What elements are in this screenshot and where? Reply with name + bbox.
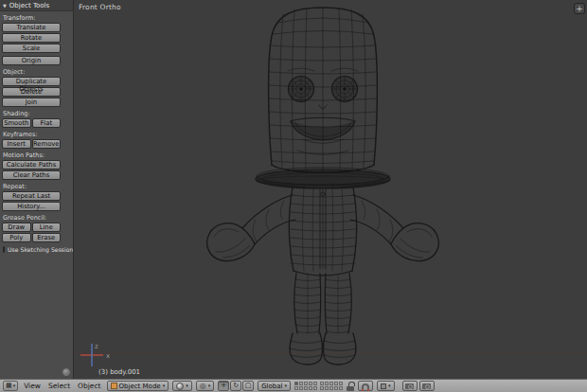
duplicate-objects-button[interactable]: Duplicate Objects: [2, 77, 61, 86]
layer-cell[interactable]: [304, 386, 308, 390]
calculate-paths-button[interactable]: Calculate Paths: [2, 160, 61, 169]
manipulator-scale-toggle[interactable]: ▢: [242, 381, 254, 391]
layer-cell[interactable]: [313, 382, 317, 385]
gp-draw-button[interactable]: Draw: [2, 223, 31, 232]
layer-cell[interactable]: [294, 382, 298, 385]
manipulator-toggles: + ↻ ▢: [218, 381, 254, 391]
layer-cell[interactable]: [334, 386, 338, 390]
layer-cell[interactable]: [320, 386, 324, 390]
panel-title: Object Tools: [9, 2, 49, 9]
axis-z-label: z: [95, 343, 98, 350]
caret-down-icon: ▾: [208, 383, 211, 388]
viewport-3d[interactable]: Front Ortho + x z (3) body.001: [74, 0, 587, 379]
origin-button[interactable]: Origin: [2, 56, 61, 65]
caret-down-icon: ▾: [388, 383, 391, 388]
mode-selector[interactable]: Object Mode ▾: [107, 381, 169, 391]
flat-button[interactable]: Flat: [32, 118, 62, 128]
layer-group-1[interactable]: [294, 382, 317, 390]
transform-orientation-selector[interactable]: Global ▾: [258, 381, 291, 391]
panel-collapse-icon: ▼: [3, 3, 7, 9]
layer-group-2[interactable]: [320, 382, 343, 390]
expand-properties-button[interactable]: +: [574, 3, 585, 14]
checkbox-icon: [3, 246, 5, 253]
caret-down-icon: ▾: [13, 383, 16, 388]
gp-poly-button[interactable]: Poly: [2, 233, 31, 242]
pivot-icon: ◎: [200, 383, 206, 390]
snap-element-selector[interactable]: ▾: [377, 381, 395, 391]
section-label-motion-paths: Motion Paths:: [3, 151, 73, 159]
camera-icon: [405, 383, 414, 389]
render-animation-button[interactable]: [419, 381, 435, 391]
wireframe-character[interactable]: [74, 0, 587, 379]
layer-cell[interactable]: [309, 386, 312, 390]
layer-grid[interactable]: [294, 382, 343, 390]
menu-select[interactable]: Select: [46, 382, 72, 390]
menu-object[interactable]: Object: [76, 382, 102, 390]
editor-type-button[interactable]: ▦ ▾: [3, 381, 18, 391]
view-orientation-label: Front Ortho: [79, 3, 121, 11]
blender-window: Front Ortho + x z (3) body.001 ▼ Object …: [0, 0, 587, 392]
viewport-shading-selector[interactable]: ▾: [172, 381, 192, 391]
section-label-repeat: Repeat:: [3, 183, 73, 190]
use-sketching-session-checkbox[interactable]: Use Sketching Session: [3, 246, 73, 253]
render-still-button[interactable]: [402, 381, 418, 391]
layer-cell[interactable]: [313, 386, 317, 390]
shading-sphere-icon: [176, 383, 184, 390]
history-button[interactable]: History...: [2, 202, 61, 211]
layer-cell[interactable]: [329, 382, 333, 385]
section-label-grease-pencil: Grease Pencil:: [3, 214, 73, 222]
join-button[interactable]: Join: [2, 98, 61, 107]
section-label-transform: Transform:: [3, 14, 73, 22]
viewport-header-bar: ▦ ▾ View Select Object Object Mode ▾ ▾ ◎…: [0, 379, 587, 392]
snap-element-icon: [381, 383, 386, 389]
rotate-button[interactable]: Rotate: [2, 33, 61, 43]
gp-line-button[interactable]: Line: [32, 223, 62, 232]
editor-type-icon: ▦: [6, 383, 12, 389]
layer-cell[interactable]: [309, 382, 312, 385]
magnet-icon: [362, 383, 369, 390]
caret-down-icon: ▾: [285, 383, 288, 388]
checkbox-label: Use Sketching Session: [8, 246, 74, 253]
mini-axis-gizmo: x z: [78, 341, 114, 367]
pivot-point-selector[interactable]: ◎ ▾: [196, 381, 215, 391]
caret-down-icon: ▾: [186, 383, 188, 388]
layer-cell[interactable]: [329, 386, 333, 390]
layer-cell[interactable]: [325, 382, 329, 385]
layer-cell[interactable]: [320, 382, 324, 385]
menu-view[interactable]: View: [22, 382, 43, 390]
remove-keyframe-button[interactable]: Remove: [32, 139, 62, 149]
object-tools-panel-header[interactable]: ▼ Object Tools: [0, 0, 73, 11]
object-mode-icon: [111, 383, 117, 389]
layer-cell[interactable]: [339, 382, 343, 385]
caret-down-icon: ▾: [163, 383, 166, 388]
scale-button[interactable]: Scale: [2, 44, 61, 53]
region-resize-handle[interactable]: [62, 368, 70, 376]
orientation-label: Global: [261, 383, 282, 390]
render-buttons: [402, 381, 435, 391]
section-label-keyframes: Keyframes:: [3, 131, 73, 138]
translate-button[interactable]: Translate: [2, 23, 61, 32]
gp-erase-button[interactable]: Erase: [32, 233, 62, 242]
layer-cell[interactable]: [299, 386, 303, 390]
axis-x-label: x: [106, 352, 110, 360]
smooth-button[interactable]: Smooth: [2, 118, 31, 128]
mode-selector-label: Object Mode: [119, 383, 161, 390]
layer-cell[interactable]: [325, 386, 329, 390]
lock-to-scene-toggle[interactable]: [347, 382, 354, 391]
layer-cell[interactable]: [304, 382, 308, 385]
camera-animation-icon: [422, 383, 431, 389]
active-object-label: (3) body.001: [98, 368, 140, 376]
section-label-shading: Shading:: [3, 110, 73, 117]
layer-cell[interactable]: [294, 386, 298, 390]
layer-cell[interactable]: [334, 382, 338, 385]
tool-shelf: ▼ Object Tools Transform: Translate Rota…: [0, 0, 74, 379]
insert-keyframe-button[interactable]: Insert: [2, 139, 31, 149]
layer-cell[interactable]: [299, 382, 303, 385]
manipulator-rotate-toggle[interactable]: ↻: [230, 381, 241, 391]
manipulator-translate-toggle[interactable]: +: [218, 381, 229, 391]
snap-toggle[interactable]: [358, 381, 373, 391]
repeat-last-button[interactable]: Repeat Last: [2, 191, 61, 201]
delete-button[interactable]: Delete: [2, 87, 61, 97]
clear-paths-button[interactable]: Clear Paths: [2, 170, 61, 180]
layer-cell[interactable]: [339, 386, 343, 390]
